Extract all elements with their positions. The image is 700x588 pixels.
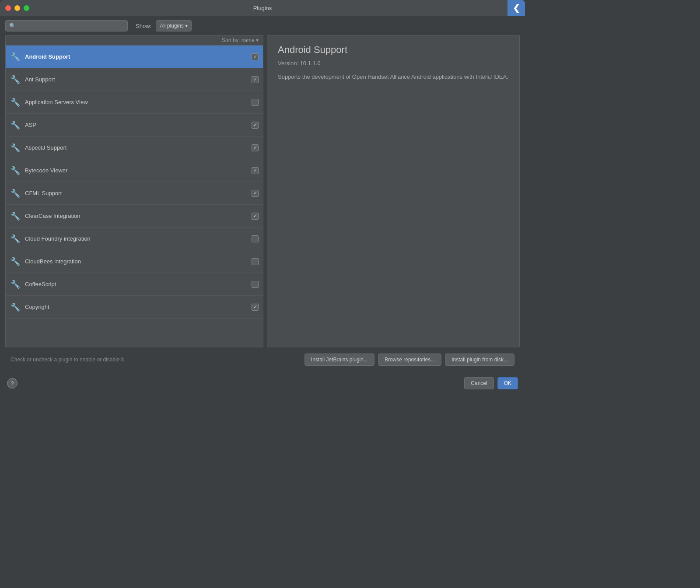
plugin-item-cloud-foundry[interactable]: 🔧Cloud Foundry integration (6, 228, 263, 250)
plugin-name-bytecode-viewer: Bytecode Viewer (25, 167, 247, 174)
plugin-icon-cloudbees: 🔧 (10, 256, 21, 267)
plugin-item-ant-support[interactable]: 🔧Ant Support (6, 68, 263, 91)
left-panel: Sort by: name ▾ 🔧Android Support🔧Ant Sup… (5, 35, 263, 347)
plugin-icon-ant-support: 🔧 (10, 74, 21, 85)
plugin-icon-copyright: 🔧 (10, 302, 21, 312)
plugin-name-cfml-support: CFML Support (25, 190, 247, 196)
plugin-icon-clearcase-integration: 🔧 (10, 211, 21, 221)
close-button[interactable] (5, 5, 11, 11)
plugin-item-clearcase-integration[interactable]: 🔧ClearCase Integration (6, 205, 263, 228)
plugin-item-asp[interactable]: 🔧ASP (6, 114, 263, 136)
plugin-name-cloudbees: CloudBees integration (25, 258, 247, 265)
plugin-icon-cfml-support: 🔧 (10, 188, 21, 199)
plugin-checkbox-aspectj-support[interactable] (252, 144, 259, 151)
plugin-name-android-support: Android Support (25, 53, 247, 60)
minimize-button[interactable] (14, 5, 20, 11)
show-dropdown[interactable]: All plugins ▾ (156, 20, 192, 32)
plugin-name-copyright: Copyright (25, 304, 247, 310)
bottom-hint: Check or uncheck a plugin to enable or d… (10, 357, 125, 363)
plugin-item-app-servers-view[interactable]: 🔧Application Servers View (6, 91, 263, 114)
help-button[interactable]: ? (7, 378, 18, 388)
plugin-icon-cloud-foundry: 🔧 (10, 234, 21, 244)
cancel-button[interactable]: Cancel (464, 377, 494, 389)
plugin-checkbox-app-servers-view[interactable] (252, 99, 259, 106)
corner-widget: ❮ (508, 0, 525, 16)
plugin-list: 🔧Android Support🔧Ant Support🔧Application… (6, 46, 263, 347)
plugin-icon-android-support: 🔧 (10, 52, 21, 62)
plugin-name-ant-support: Ant Support (25, 76, 247, 83)
show-label: Show: (136, 23, 151, 29)
detail-description: Supports the development of Open Handset… (278, 73, 509, 81)
plugin-item-bytecode-viewer[interactable]: 🔧Bytecode Viewer (6, 159, 263, 182)
plugin-icon-app-servers-view: 🔧 (10, 97, 21, 108)
plugin-name-asp: ASP (25, 122, 247, 128)
plugin-item-coffeescript[interactable]: 🔧CoffeeScript (6, 273, 263, 296)
ok-button[interactable]: OK (497, 377, 518, 389)
plugin-checkbox-bytecode-viewer[interactable] (252, 167, 259, 174)
install-from-disk-button[interactable]: Install plugin from disk... (445, 354, 514, 366)
search-icon: 🔍 (9, 23, 16, 29)
plugin-checkbox-clearcase-integration[interactable] (252, 213, 259, 220)
plugin-checkbox-cloud-foundry[interactable] (252, 235, 259, 242)
plugin-icon-aspectj-support: 🔧 (10, 143, 21, 153)
search-input[interactable] (18, 23, 124, 29)
plugin-icon-coffeescript: 🔧 (10, 279, 21, 290)
panels: Sort by: name ▾ 🔧Android Support🔧Ant Sup… (5, 35, 520, 347)
plugin-checkbox-cloudbees[interactable] (252, 258, 259, 265)
detail-version: Version: 10.1.1.0 (278, 60, 509, 66)
plugin-item-android-support[interactable]: 🔧Android Support (6, 46, 263, 68)
install-buttons: Install JetBrains plugin... Browse repos… (304, 354, 514, 366)
plugin-name-app-servers-view: Application Servers View (25, 99, 247, 105)
title-bar: Plugins ❮ (0, 0, 525, 16)
plugin-name-cloud-foundry: Cloud Foundry integration (25, 235, 247, 242)
plugin-checkbox-copyright[interactable] (252, 304, 259, 311)
plugin-checkbox-android-support[interactable] (252, 53, 259, 60)
plugin-checkbox-asp[interactable] (252, 122, 259, 129)
sort-label[interactable]: Sort by: name ▾ (222, 37, 259, 43)
footer: ? Cancel OK (0, 373, 525, 394)
maximize-button[interactable] (24, 5, 29, 11)
plugin-item-cloudbees[interactable]: 🔧CloudBees integration (6, 250, 263, 273)
right-panel: Android Support Version: 10.1.1.0 Suppor… (267, 35, 520, 347)
bottom-bar: Check or uncheck a plugin to enable or d… (5, 351, 520, 368)
main-content: 🔍 Show: All plugins ▾ Sort by: name ▾ 🔧A… (0, 16, 525, 373)
footer-actions: Cancel OK (464, 377, 518, 389)
plugin-icon-asp: 🔧 (10, 120, 21, 130)
plugin-checkbox-ant-support[interactable] (252, 76, 259, 83)
top-bar: 🔍 Show: All plugins ▾ (5, 20, 520, 32)
plugin-item-cfml-support[interactable]: 🔧CFML Support (6, 182, 263, 205)
plugin-name-coffeescript: CoffeeScript (25, 281, 247, 287)
install-jetbrains-button[interactable]: Install JetBrains plugin... (304, 354, 374, 366)
plugin-name-aspectj-support: AspectJ Support (25, 144, 247, 151)
plugin-icon-bytecode-viewer: 🔧 (10, 165, 21, 176)
sort-bar[interactable]: Sort by: name ▾ (6, 35, 263, 46)
plugin-checkbox-coffeescript[interactable] (252, 281, 259, 288)
detail-title: Android Support (278, 44, 509, 56)
plugin-item-aspectj-support[interactable]: 🔧AspectJ Support (6, 136, 263, 159)
plugin-item-copyright[interactable]: 🔧Copyright (6, 296, 263, 318)
window-title: Plugins (253, 5, 272, 11)
plugin-checkbox-cfml-support[interactable] (252, 190, 259, 197)
plugin-name-clearcase-integration: ClearCase Integration (25, 213, 247, 219)
search-box[interactable]: 🔍 (5, 20, 128, 32)
window-controls[interactable] (5, 5, 29, 11)
browse-repos-button[interactable]: Browse repositories... (378, 354, 441, 366)
